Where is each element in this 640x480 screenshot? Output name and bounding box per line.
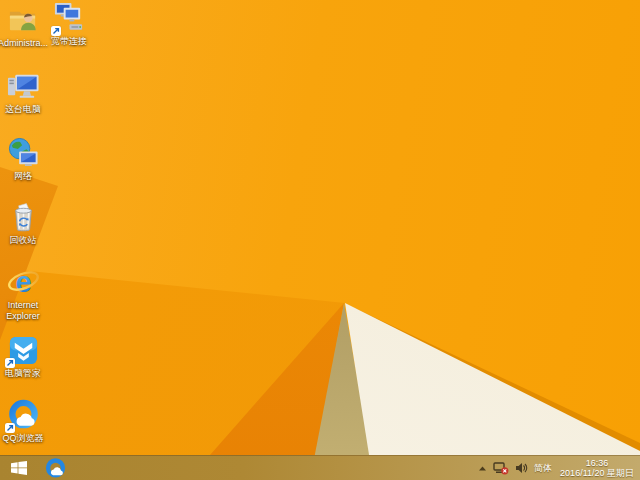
start-button[interactable]: [0, 456, 38, 480]
desktop-icon-qq-browser[interactable]: QQ浏览器: [0, 399, 51, 444]
windows-logo-icon: [11, 461, 27, 475]
wallpaper-facet-tan-triangle: [0, 0, 640, 480]
wallpaper-base: [0, 0, 640, 480]
desktop-icon-pc-manager[interactable]: 电脑管家: [0, 334, 51, 379]
pc-manager-icon: [7, 334, 40, 367]
wallpaper-facet-cream-triangle: [0, 0, 640, 480]
volume-button[interactable]: [515, 456, 528, 480]
icon-label: Internet Explorer: [0, 300, 51, 322]
chevron-up-icon: [478, 465, 487, 472]
input-method-indicator[interactable]: 简体: [534, 456, 552, 480]
network-icon: [7, 137, 40, 170]
wallpaper-facet-dark-triangle: [0, 0, 640, 480]
wallpaper-fold-line: [0, 0, 640, 480]
speaker-icon: [515, 462, 528, 474]
network-status-button[interactable]: [493, 456, 509, 480]
desktop-background[interactable]: Administra... 宽带连接: [0, 0, 640, 480]
clock[interactable]: 16:36 2016/11/20 星期日: [558, 458, 636, 478]
recycle-bin-icon: [7, 201, 40, 234]
desktop-icon-network[interactable]: 网络: [0, 137, 51, 182]
shortcut-arrow-icon: [5, 423, 15, 433]
broadband-connection-icon: [53, 2, 86, 35]
administrator-folder-icon: [7, 4, 40, 37]
qq-browser-icon: [7, 399, 40, 432]
icon-label: 这台电脑: [5, 104, 41, 115]
icon-label: 网络: [14, 171, 32, 182]
network-disconnected-icon: [493, 462, 509, 475]
desktop-icon-this-pc[interactable]: 这台电脑: [0, 70, 51, 115]
this-pc-icon: [7, 70, 40, 103]
taskbar-qq-browser-button[interactable]: [38, 456, 72, 480]
clock-date: 2016/11/20 星期日: [560, 468, 634, 478]
icon-label: 电脑管家: [5, 368, 41, 379]
desktop-icon-recycle-bin[interactable]: 回收站: [0, 201, 51, 246]
wallpaper-facet-bottom-left: [0, 0, 640, 480]
shortcut-arrow-icon: [51, 26, 61, 36]
clock-time: 16:36: [586, 458, 609, 468]
qq-browser-icon: [45, 458, 66, 479]
svg-text:e: e: [15, 266, 31, 298]
show-hidden-icons-button[interactable]: [478, 456, 487, 480]
icon-label: 回收站: [10, 235, 37, 246]
icon-label: 宽带连接: [51, 36, 87, 47]
shortcut-arrow-icon: [5, 358, 15, 368]
icon-label: QQ浏览器: [2, 433, 43, 444]
wallpaper-facet-left-wedge: [0, 0, 640, 480]
taskbar: 简体 16:36 2016/11/20 星期日: [0, 455, 640, 480]
internet-explorer-icon: e: [7, 266, 40, 299]
system-tray: 简体 16:36 2016/11/20 星期日: [478, 456, 640, 480]
desktop-icon-broadband[interactable]: 宽带连接: [41, 2, 97, 47]
desktop-icon-internet-explorer[interactable]: e Internet Explorer: [0, 266, 51, 322]
